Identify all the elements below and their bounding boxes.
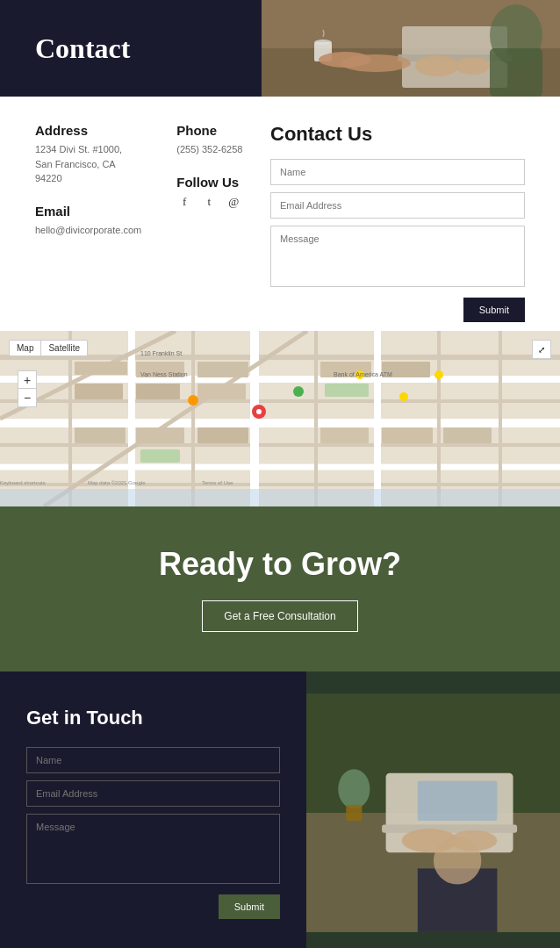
phone-card: Phone (255) 352-6258 <box>176 123 253 157</box>
hero-section: Contact <box>0 0 560 97</box>
social-icons-group: f t @ <box>176 194 253 210</box>
phone-value: (255) 352-6258 <box>176 142 253 157</box>
svg-point-48 <box>256 409 262 414</box>
svg-rect-7 <box>490 48 542 97</box>
contact-message-input[interactable] <box>270 226 525 287</box>
svg-rect-43 <box>443 427 492 443</box>
zoom-in-button[interactable]: + <box>18 371 36 389</box>
svg-rect-44 <box>140 449 180 463</box>
get-in-touch-section: Get in Touch Submit <box>0 672 560 948</box>
grow-section: Ready to Grow? Get a Free Consultation <box>0 506 560 672</box>
touch-name-input[interactable] <box>26 747 280 773</box>
svg-point-11 <box>319 52 371 68</box>
phone-label: Phone <box>176 123 253 138</box>
svg-rect-75 <box>418 781 498 821</box>
svg-rect-38 <box>75 427 126 443</box>
follow-us-card: Follow Us f t @ <box>176 175 253 210</box>
facebook-icon[interactable]: f <box>176 194 192 210</box>
contact-form-wrapper: Contact Us Submit <box>270 123 525 322</box>
touch-email-input[interactable] <box>26 780 280 807</box>
svg-text:Van Ness Station: Van Ness Station <box>140 371 188 377</box>
svg-point-69 <box>338 769 370 808</box>
grow-title: Ready to Grow? <box>35 546 525 583</box>
contact-form-footer: Submit <box>270 298 525 322</box>
map-view-toggle[interactable]: Map Satellite <box>9 340 88 356</box>
svg-text:Keyboard shortcuts: Keyboard shortcuts <box>0 480 46 485</box>
get-in-touch-image <box>306 672 560 948</box>
svg-point-5 <box>455 57 490 75</box>
follow-us-label: Follow Us <box>176 175 253 190</box>
svg-rect-33 <box>136 384 180 399</box>
get-in-touch-title: Get in Touch <box>26 707 280 729</box>
contact-submit-button[interactable]: Submit <box>463 298 525 322</box>
hero-image <box>262 0 560 97</box>
contact-info-right: Phone (255) 352-6258 Follow Us f t @ <box>176 123 253 322</box>
svg-text:Terms of Use: Terms of Use <box>202 480 233 485</box>
map-section: Van Ness Station Bank of America ATM 110… <box>0 331 560 506</box>
address-label: Address <box>35 123 141 138</box>
email-card: Email hello@divicorporate.com <box>35 204 141 238</box>
contact-info-left: Address 1234 Divi St. #1000, San Francis… <box>35 123 159 322</box>
svg-rect-30 <box>75 362 127 375</box>
email-value: hello@divicorporate.com <box>35 223 141 238</box>
svg-point-74 <box>434 837 481 884</box>
map-expand-button[interactable]: ⤢ <box>532 340 551 359</box>
page-title: Contact <box>0 32 130 65</box>
map-view-button[interactable]: Map <box>10 341 41 356</box>
instagram-icon[interactable]: @ <box>226 194 241 210</box>
svg-point-9 <box>314 40 332 45</box>
map-container[interactable]: Van Ness Station Bank of America ATM 110… <box>0 331 560 506</box>
map-zoom-control[interactable]: + − <box>18 370 37 407</box>
touch-message-input[interactable] <box>26 814 280 884</box>
get-in-touch-form-area: Get in Touch Submit <box>0 672 306 948</box>
svg-text:110 Franklin St: 110 Franklin St <box>140 350 182 356</box>
consultation-button[interactable]: Get a Free Consultation <box>202 600 357 632</box>
contact-section: Address 1234 Divi St. #1000, San Francis… <box>0 97 560 331</box>
twitter-icon[interactable]: t <box>201 194 217 210</box>
svg-text:Map data ©2021 Google: Map data ©2021 Google <box>88 480 146 485</box>
svg-rect-34 <box>197 362 248 377</box>
svg-rect-39 <box>136 427 184 443</box>
svg-rect-70 <box>346 805 362 821</box>
svg-rect-41 <box>320 427 369 443</box>
svg-rect-42 <box>382 427 433 443</box>
svg-text:Bank of America ATM: Bank of America ATM <box>334 371 392 377</box>
svg-rect-35 <box>197 384 246 399</box>
contact-email-input[interactable] <box>270 192 525 219</box>
svg-rect-31 <box>75 384 123 399</box>
svg-rect-45 <box>325 384 369 397</box>
touch-submit-button[interactable]: Submit <box>219 894 280 919</box>
address-card: Address 1234 Divi St. #1000, San Francis… <box>35 123 141 186</box>
zoom-out-button[interactable]: − <box>18 389 36 406</box>
contact-form-title: Contact Us <box>270 123 525 146</box>
svg-point-4 <box>415 55 459 76</box>
satellite-view-button[interactable]: Satellite <box>41 341 87 356</box>
svg-rect-40 <box>197 427 248 443</box>
touch-form-footer: Submit <box>26 894 280 919</box>
contact-name-input[interactable] <box>270 159 525 185</box>
address-value: 1234 Divi St. #1000, San Francisco, CA 9… <box>35 142 141 186</box>
email-label: Email <box>35 204 141 219</box>
svg-rect-68 <box>382 825 517 833</box>
map-controls: Map Satellite + − <box>9 340 88 356</box>
